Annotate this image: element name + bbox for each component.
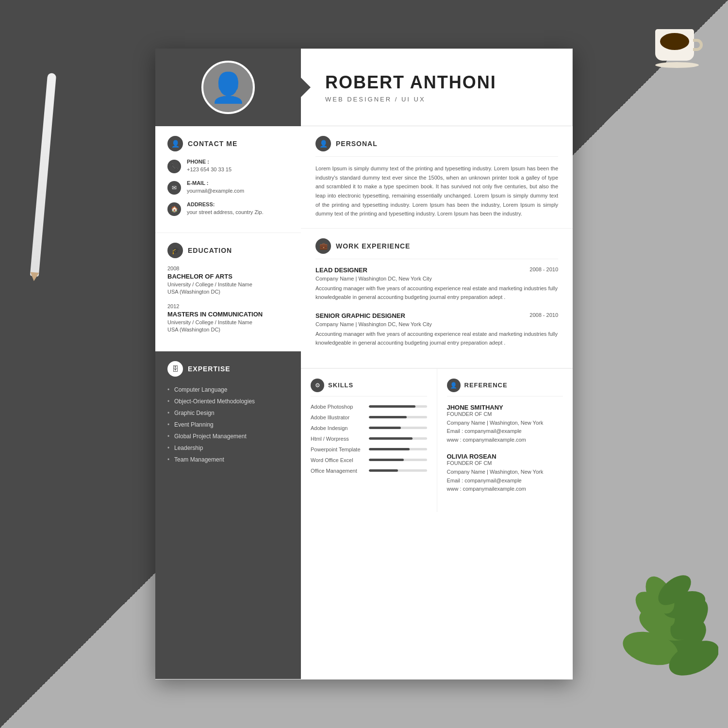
skill-bar-track-4 xyxy=(369,437,427,440)
address-info: ADDRESS: your street address, country Zi… xyxy=(187,201,264,216)
phone-value: +123 654 30 33 15 xyxy=(187,166,232,172)
contact-section-title: CONTACT ME xyxy=(188,140,237,148)
phone-item: 📞 PHONE : +123 654 30 33 15 xyxy=(167,159,289,173)
resume-header: ROBERT ANTHONI WEB DESIGNER / UI UX xyxy=(155,49,573,126)
work-icon: 💼 xyxy=(315,238,331,254)
skill-item-7: Office Management xyxy=(311,468,427,474)
ref-company-2: Company Name | Washington, New York xyxy=(447,468,563,477)
edu-degree-2: MASTERS IN COMMUNICATION xyxy=(167,311,289,318)
edu-school-2: University / College / Institute Name xyxy=(167,319,289,325)
education-section-title: EDUCATION xyxy=(188,247,232,254)
email-icon: ✉ xyxy=(167,181,181,195)
skill-bar-track-7 xyxy=(369,469,427,472)
expertise-icon: 🗄 xyxy=(167,361,183,377)
email-item: ✉ E-MAIL : yourmail@example.com xyxy=(167,180,289,195)
expertise-item-4: Event Planning xyxy=(167,419,289,430)
ref-email-1: Email : companymail@example xyxy=(447,427,563,436)
address-icon: 🏠 xyxy=(167,202,181,216)
resume-body: 👤 CONTACT ME 📞 PHONE : +123 654 30 33 15… xyxy=(155,126,573,679)
bottom-row: ⚙ SKILLS Adobe Photoshop Adobe Illustrat… xyxy=(301,368,573,513)
email-info: E-MAIL : yourmail@example.com xyxy=(187,180,244,195)
address-label: ADDRESS: xyxy=(187,201,264,207)
edu-location-2: USA (Washington DC) xyxy=(167,327,289,332)
ref-email-2: Email : companymail@example xyxy=(447,477,563,485)
work-desc-1: Accounting manager with five years of ac… xyxy=(315,284,558,301)
candidate-name: ROBERT ANTHONI xyxy=(325,72,558,93)
expertise-item-6: Leadership xyxy=(167,442,289,454)
education-icon: 🎓 xyxy=(167,243,183,258)
skill-bar-fill-3 xyxy=(369,427,401,429)
pencil-decoration xyxy=(30,73,57,277)
work-item-1: LEAD DESIGNER 2008 - 2010 Company Name |… xyxy=(315,266,558,301)
reference-icon: 👤 xyxy=(447,379,461,392)
skill-bar-fill-5 xyxy=(369,448,410,450)
candidate-title: WEB DESIGNER / UI UX xyxy=(325,96,558,103)
sidebar: 👤 CONTACT ME 📞 PHONE : +123 654 30 33 15… xyxy=(155,126,301,679)
main-content: 👤 PERSONAL Lorem Ipsum is simply dummy t… xyxy=(301,126,573,679)
cup-handle xyxy=(693,39,703,51)
expertise-section-header: 🗄 EXPERTISE xyxy=(167,361,289,377)
skill-label-6: Word Office Excel xyxy=(311,457,364,463)
edu-location-1: USA (Washington DC) xyxy=(167,289,289,295)
skill-bar-track-2 xyxy=(369,416,427,418)
saucer xyxy=(655,62,699,68)
edu-year-2: 2012 xyxy=(167,303,289,309)
ref-role-1: FOUNDER OF CM xyxy=(447,411,563,417)
edu-year-1: 2008 xyxy=(167,265,289,271)
header-arrow xyxy=(301,78,311,97)
coffee-cup-decoration xyxy=(655,29,699,68)
contact-icon: 👤 xyxy=(167,136,183,151)
ref-role-2: FOUNDER OF CM xyxy=(447,460,563,466)
skill-bar-fill-1 xyxy=(369,405,415,408)
skill-item-3: Adobe Indesign xyxy=(311,425,427,431)
address-item: 🏠 ADDRESS: your street address, country … xyxy=(167,201,289,216)
skill-label-2: Adobe Illustrator xyxy=(311,414,364,420)
skill-bar-track-5 xyxy=(369,448,427,450)
work-dates-1: 2008 - 2010 xyxy=(529,266,558,272)
work-header-1: LEAD DESIGNER 2008 - 2010 xyxy=(315,266,558,274)
skill-bar-fill-7 xyxy=(369,469,398,472)
contact-section-header: 👤 CONTACT ME xyxy=(167,136,289,151)
personal-section: 👤 PERSONAL Lorem Ipsum is simply dummy t… xyxy=(301,126,573,229)
header-right: ROBERT ANTHONI WEB DESIGNER / UI UX xyxy=(301,49,573,126)
avatar xyxy=(201,61,255,114)
cup xyxy=(655,29,694,61)
skill-item-2: Adobe Illustrator xyxy=(311,414,427,420)
reference-section: 👤 REFERENCE JHONE SMITHANY FOUNDER OF CM… xyxy=(437,369,573,513)
contact-section: 👤 CONTACT ME 📞 PHONE : +123 654 30 33 15… xyxy=(155,126,301,233)
ref-item-2: OLIVIA ROSEAN FOUNDER OF CM Company Name… xyxy=(447,453,563,494)
personal-section-title: PERSONAL xyxy=(336,140,378,148)
skills-section-title: SKILLS xyxy=(328,381,353,389)
expertise-item-1: Computer Language xyxy=(167,384,289,396)
edu-degree-1: BACHELOR OF ARTS xyxy=(167,273,289,280)
skills-icon: ⚙ xyxy=(311,379,324,392)
ref-name-1: JHONE SMITHANY xyxy=(447,404,563,411)
work-company-2: Company Name | Washington DC, New York C… xyxy=(315,321,558,327)
skill-label-4: Html / Worpress xyxy=(311,436,364,442)
ref-company-1: Company Name | Washington, New York xyxy=(447,419,563,428)
skill-bar-fill-4 xyxy=(369,437,413,440)
skills-section-header: ⚙ SKILLS xyxy=(311,379,427,397)
skill-label-3: Adobe Indesign xyxy=(311,425,364,431)
expertise-item-2: Object-Oriented Methodologies xyxy=(167,396,289,407)
skill-item-1: Adobe Photoshop xyxy=(311,404,427,410)
phone-label: PHONE : xyxy=(187,159,232,165)
phone-info: PHONE : +123 654 30 33 15 xyxy=(187,159,232,173)
personal-text: Lorem Ipsum is simply dummy text of the … xyxy=(315,164,558,218)
skill-item-4: Html / Worpress xyxy=(311,436,427,442)
edu-item-2: 2012 MASTERS IN COMMUNICATION University… xyxy=(167,303,289,332)
address-value: your street address, country Zip. xyxy=(187,209,264,215)
plant-decoration xyxy=(621,551,718,699)
expertise-item-7: Team Management xyxy=(167,454,289,465)
skill-bar-track-1 xyxy=(369,405,427,408)
expertise-section-title: EXPERTISE xyxy=(188,365,231,373)
skill-bar-fill-6 xyxy=(369,459,404,461)
ref-item-1: JHONE SMITHANY FOUNDER OF CM Company Nam… xyxy=(447,404,563,445)
skill-bar-track-6 xyxy=(369,459,427,461)
ref-website-1: www : companymailexample.com xyxy=(447,436,563,445)
work-header-2: SENIOR GRAPHIC DESIGNER 2008 - 2010 xyxy=(315,312,558,319)
work-company-1: Company Name | Washington DC, New York C… xyxy=(315,276,558,281)
expertise-list: Computer Language Object-Oriented Method… xyxy=(167,384,289,465)
email-label: E-MAIL : xyxy=(187,180,244,186)
ref-name-2: OLIVIA ROSEAN xyxy=(447,453,563,460)
